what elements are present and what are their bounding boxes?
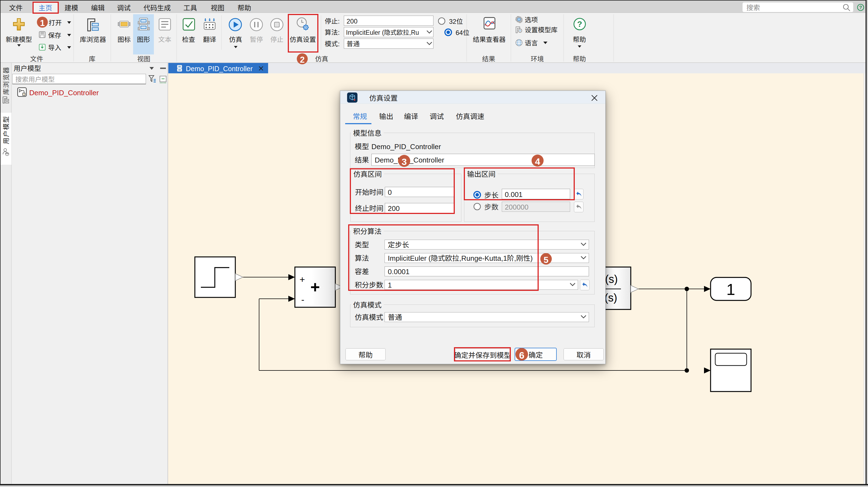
svg-text:(s): (s) <box>604 292 617 304</box>
svg-text:(s): (s) <box>605 273 618 285</box>
svg-text:-: - <box>301 294 304 305</box>
svg-text:1: 1 <box>726 281 735 298</box>
svg-text:?: ? <box>859 5 862 10</box>
svg-text:?: ? <box>577 20 582 28</box>
svg-text:+: + <box>310 278 320 296</box>
svg-text:+: + <box>300 274 305 285</box>
